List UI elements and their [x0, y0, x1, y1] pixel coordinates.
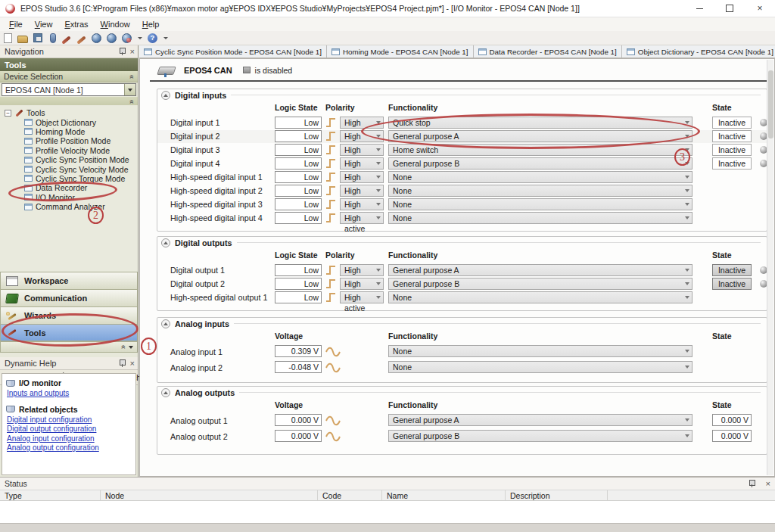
device-select-arrow-icon[interactable]: [124, 84, 135, 95]
help-link-digital-output-config[interactable]: Digital output configuration: [7, 425, 132, 434]
collapse-group-icon[interactable]: [161, 91, 170, 100]
polarity-select[interactable]: High active: [340, 198, 384, 210]
functionality-select[interactable]: General purpose A: [388, 414, 693, 426]
edit-pen2-icon[interactable]: [76, 36, 86, 44]
tree-item-cyclic-sync-position-mode[interactable]: Cyclic Sync Position Mode: [24, 155, 138, 164]
functionality-select[interactable]: General purpose B: [388, 157, 693, 170]
functionality-select[interactable]: None: [388, 361, 693, 373]
status-col-code[interactable]: Code: [318, 490, 382, 500]
save-icon[interactable]: [33, 33, 42, 42]
status-col-node[interactable]: Node: [101, 490, 318, 500]
collapse-group-icon[interactable]: [161, 319, 170, 328]
new-project-icon[interactable]: [4, 33, 12, 43]
functionality-select[interactable]: None: [388, 345, 693, 357]
polarity-select[interactable]: High active: [340, 144, 384, 156]
polarity-select[interactable]: High active: [340, 264, 384, 276]
pin-icon[interactable]: [749, 480, 755, 487]
menu-view[interactable]: View: [29, 19, 59, 30]
functionality-select[interactable]: General purpose B: [388, 278, 693, 290]
functionality-select[interactable]: None: [388, 198, 693, 210]
nav-button-communication[interactable]: Communication: [0, 289, 138, 306]
collapse-chevron-icon[interactable]: »: [128, 74, 136, 79]
edit-pen-icon[interactable]: [61, 36, 71, 44]
help-dropdown-icon[interactable]: [163, 33, 168, 43]
tree-root-tools[interactable]: − Tools: [5, 108, 138, 117]
tab-object-dictionary[interactable]: Object Dictionary - EPOS4 CAN [Node 1]: [622, 45, 775, 58]
menu-window[interactable]: Window: [95, 19, 136, 30]
tree-item-homing-mode[interactable]: Homing Mode: [24, 127, 138, 136]
pin-icon[interactable]: [119, 48, 125, 55]
functionality-select[interactable]: Quick stop: [388, 117, 693, 129]
menu-file[interactable]: File: [3, 19, 29, 30]
functionality-select[interactable]: None: [388, 185, 693, 197]
voltage-input[interactable]: 0.000 V: [275, 414, 322, 426]
device-select-dropdown[interactable]: EPOS4 CAN [Node 1]: [2, 83, 136, 96]
functionality-select[interactable]: None: [388, 291, 693, 303]
functionality-select[interactable]: None: [388, 171, 693, 183]
expander-down-icon[interactable]: [129, 346, 133, 351]
functionality-select[interactable]: General purpose A: [388, 264, 693, 276]
tree-item-cyclic-sync-velocity-mode[interactable]: Cyclic Sync Velocity Mode: [24, 164, 138, 173]
device-selection-bar[interactable]: Device Selection »: [0, 71, 138, 82]
record-globe-icon[interactable]: [122, 33, 132, 43]
help-link-analog-output-config[interactable]: Analog output configuration: [7, 443, 132, 453]
state-toggle-button[interactable]: Inactive: [712, 264, 752, 276]
polarity-select[interactable]: High active: [340, 117, 384, 129]
nav-buttons-expander[interactable]: »: [0, 341, 138, 353]
polarity-select[interactable]: High active: [340, 278, 384, 290]
status-col-type[interactable]: Type: [0, 490, 101, 500]
status-col-name[interactable]: Name: [382, 490, 506, 500]
close-button[interactable]: ×: [745, 0, 775, 17]
tab-homing-mode[interactable]: Homing Mode - EPOS4 CAN [Node 1]: [327, 45, 474, 58]
help-icon[interactable]: ?: [148, 33, 157, 43]
polarity-select[interactable]: High active: [340, 130, 384, 142]
tab-data-recorder[interactable]: Data Recorder - EPOS4 CAN [Node 1]: [474, 45, 622, 58]
polarity-select[interactable]: High active: [340, 171, 384, 183]
polarity-select[interactable]: High active: [340, 157, 384, 170]
tree-item-object-dictionary[interactable]: Object Dictionary: [24, 117, 138, 126]
polarity-select[interactable]: High active: [340, 212, 384, 224]
help-link-inputs-outputs[interactable]: Inputs and outputs: [7, 389, 132, 399]
tree-item-command-analyzer[interactable]: Command Analyzer: [24, 202, 138, 211]
minimize-button[interactable]: [684, 0, 714, 17]
tree-item-cyclic-sync-torque-mode[interactable]: Cyclic Sync Torque Mode: [24, 174, 138, 183]
functionality-select[interactable]: None: [388, 212, 693, 224]
tree-item-data-recorder[interactable]: Data Recorder: [24, 183, 138, 192]
state-toggle-button[interactable]: Inactive: [712, 278, 752, 290]
functionality-select[interactable]: Home switch: [388, 144, 693, 156]
nav-button-workspace[interactable]: Workspace: [0, 272, 138, 289]
polarity-select[interactable]: High active: [340, 291, 384, 303]
vertical-scrollbar[interactable]: [767, 60, 773, 475]
menu-extras[interactable]: Extras: [58, 19, 94, 30]
open-project-icon[interactable]: [17, 36, 28, 43]
tree-item-profile-position-mode[interactable]: Profile Position Mode: [24, 136, 138, 145]
collapse-group-icon[interactable]: [161, 238, 170, 247]
browse-globe-icon[interactable]: [92, 33, 101, 43]
menu-help[interactable]: Help: [136, 19, 166, 30]
status-col-description[interactable]: Description: [506, 490, 608, 500]
scrollbar-thumb[interactable]: [768, 70, 773, 138]
tree-item-profile-velocity-mode[interactable]: Profile Velocity Mode: [24, 146, 138, 155]
tree-item-io-monitor[interactable]: I/O Monitor: [24, 193, 138, 202]
close-panel-icon[interactable]: ×: [130, 359, 135, 367]
polarity-select[interactable]: High active: [340, 185, 384, 197]
nav-button-tools[interactable]: Tools: [0, 324, 138, 341]
maximize-button[interactable]: [714, 0, 745, 17]
toolbar-dropdown-icon[interactable]: [137, 33, 142, 43]
help-link-digital-input-config[interactable]: Digital input configuration: [7, 415, 132, 425]
shield-icon[interactable]: [50, 33, 56, 43]
close-panel-icon[interactable]: ×: [766, 480, 770, 487]
tab-cyclic-sync-position[interactable]: Cyclic Sync Position Mode - EPOS4 CAN [N…: [139, 45, 327, 58]
functionality-select[interactable]: General purpose B: [388, 430, 693, 442]
expander-chevron-icon[interactable]: »: [120, 345, 128, 350]
collapse-chevron-icon2[interactable]: »: [128, 100, 136, 104]
functionality-select[interactable]: General purpose A: [388, 130, 693, 142]
search-globe-icon[interactable]: [107, 33, 117, 43]
close-panel-icon[interactable]: ×: [130, 48, 135, 55]
help-link-analog-input-config[interactable]: Analog input configuration: [7, 434, 132, 444]
voltage-input[interactable]: 0.000 V: [275, 430, 322, 442]
tree-expand-icon[interactable]: −: [5, 110, 11, 117]
pin-icon[interactable]: [119, 359, 125, 367]
nav-button-wizards[interactable]: Wizards: [0, 306, 138, 324]
collapse-group-icon[interactable]: [161, 388, 170, 397]
